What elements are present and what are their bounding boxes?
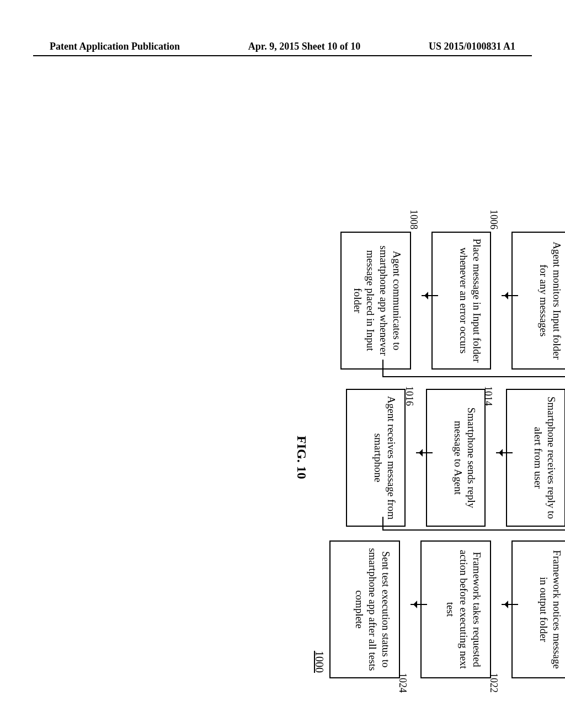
box-1006: Place message in Input folder whenever a… bbox=[431, 232, 491, 370]
arrow-1014-1016 bbox=[416, 452, 433, 453]
conn-v2 bbox=[382, 529, 565, 531]
arrow-1020-1022 bbox=[502, 604, 518, 605]
arrow-1006-1008 bbox=[422, 295, 438, 296]
box-1014: Smartphone sends reply message to Agent bbox=[426, 389, 486, 527]
ref-1008: 1008 bbox=[408, 210, 419, 229]
header-left: Patent Application Publication bbox=[50, 41, 180, 52]
box-1024: Sent test execution status to smartphone… bbox=[329, 540, 400, 678]
arrow-1022-1024 bbox=[411, 604, 427, 605]
box-1004: Agent monitors Input folder for any mess… bbox=[511, 232, 565, 370]
header-right: US 2015/0100831 A1 bbox=[429, 41, 515, 52]
ref-1006: 1006 bbox=[488, 210, 499, 229]
arrow-1004-1006 bbox=[502, 295, 518, 296]
arrow-1012-1014 bbox=[496, 452, 513, 453]
header-rule bbox=[33, 55, 532, 56]
header-mid: Apr. 9, 2015 Sheet 10 of 10 bbox=[248, 41, 360, 52]
flow-diagram: 1002 Framework executes test on system 1… bbox=[66, 232, 565, 673]
conn-h2 bbox=[382, 517, 383, 531]
page-header: Patent Application Publication Apr. 9, 2… bbox=[0, 41, 565, 52]
box-1012: Smartphone receives reply to alert from … bbox=[506, 389, 565, 527]
box-1020: Framework notices message in output fold… bbox=[511, 540, 565, 678]
box-1016: Agent receives message from smartphone bbox=[346, 389, 406, 527]
box-1022: Framework takes requested action before … bbox=[420, 540, 491, 678]
conn-h1 bbox=[382, 360, 383, 376]
ref-1000: 1000 bbox=[313, 645, 326, 678]
conn-v1 bbox=[382, 376, 565, 377]
box-1008: Agent communicates to smartphone app whe… bbox=[340, 232, 411, 370]
figure-caption: FIG. 10 bbox=[294, 436, 309, 479]
